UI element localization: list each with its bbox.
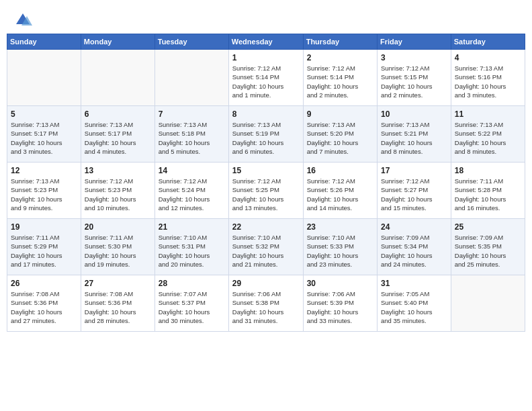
calendar-cell: 21Sunrise: 7:10 AM Sunset: 5:31 PM Dayli… xyxy=(154,219,228,275)
day-header-friday: Friday xyxy=(377,34,451,50)
day-number: 23 xyxy=(307,222,373,232)
day-info: Sunrise: 7:11 AM Sunset: 5:29 PM Dayligh… xyxy=(11,233,77,269)
day-info: Sunrise: 7:13 AM Sunset: 5:18 PM Dayligh… xyxy=(159,120,225,156)
day-info: Sunrise: 7:09 AM Sunset: 5:35 PM Dayligh… xyxy=(455,233,521,269)
calendar-cell: 14Sunrise: 7:12 AM Sunset: 5:24 PM Dayli… xyxy=(154,163,228,219)
logo-icon xyxy=(13,11,32,30)
day-number: 29 xyxy=(232,279,300,288)
day-info: Sunrise: 7:11 AM Sunset: 5:30 PM Dayligh… xyxy=(85,233,151,269)
day-number: 4 xyxy=(455,53,521,62)
calendar-cell xyxy=(154,50,228,106)
day-number: 24 xyxy=(381,222,447,232)
day-number: 14 xyxy=(159,166,225,175)
calendar-cell: 15Sunrise: 7:12 AM Sunset: 5:25 PM Dayli… xyxy=(228,163,303,219)
day-number: 8 xyxy=(232,109,300,119)
day-number: 7 xyxy=(159,109,225,119)
day-info: Sunrise: 7:13 AM Sunset: 5:16 PM Dayligh… xyxy=(455,64,521,99)
calendar-cell: 20Sunrise: 7:11 AM Sunset: 5:30 PM Dayli… xyxy=(81,219,154,275)
day-number: 19 xyxy=(11,222,77,232)
day-number: 9 xyxy=(307,109,373,119)
day-info: Sunrise: 7:06 AM Sunset: 5:39 PM Dayligh… xyxy=(307,289,373,325)
day-info: Sunrise: 7:06 AM Sunset: 5:38 PM Dayligh… xyxy=(232,289,300,325)
day-info: Sunrise: 7:12 AM Sunset: 5:14 PM Dayligh… xyxy=(307,64,373,99)
page-header xyxy=(7,7,525,30)
day-header-sunday: Sunday xyxy=(7,34,81,50)
calendar-cell: 30Sunrise: 7:06 AM Sunset: 5:39 PM Dayli… xyxy=(303,275,377,332)
day-info: Sunrise: 7:12 AM Sunset: 5:15 PM Dayligh… xyxy=(381,64,447,99)
day-info: Sunrise: 7:13 AM Sunset: 5:22 PM Dayligh… xyxy=(455,120,521,156)
day-info: Sunrise: 7:05 AM Sunset: 5:40 PM Dayligh… xyxy=(381,289,447,325)
day-info: Sunrise: 7:12 AM Sunset: 5:14 PM Dayligh… xyxy=(232,64,300,99)
day-info: Sunrise: 7:10 AM Sunset: 5:33 PM Dayligh… xyxy=(307,233,373,269)
calendar-cell: 29Sunrise: 7:06 AM Sunset: 5:38 PM Dayli… xyxy=(228,275,303,332)
calendar-cell: 22Sunrise: 7:10 AM Sunset: 5:32 PM Dayli… xyxy=(228,219,303,275)
day-info: Sunrise: 7:08 AM Sunset: 5:36 PM Dayligh… xyxy=(85,289,151,325)
day-number: 11 xyxy=(455,109,521,119)
calendar-cell: 31Sunrise: 7:05 AM Sunset: 5:40 PM Dayli… xyxy=(377,275,451,332)
day-number: 17 xyxy=(381,166,447,175)
calendar-cell: 17Sunrise: 7:12 AM Sunset: 5:27 PM Dayli… xyxy=(377,163,451,219)
day-info: Sunrise: 7:13 AM Sunset: 5:17 PM Dayligh… xyxy=(85,120,151,156)
day-number: 1 xyxy=(232,53,300,62)
calendar-cell: 18Sunrise: 7:11 AM Sunset: 5:28 PM Dayli… xyxy=(451,163,525,219)
calendar-cell: 7Sunrise: 7:13 AM Sunset: 5:18 PM Daylig… xyxy=(154,106,228,163)
calendar-cell xyxy=(451,275,525,332)
day-header-monday: Monday xyxy=(81,34,154,50)
calendar-cell: 5Sunrise: 7:13 AM Sunset: 5:17 PM Daylig… xyxy=(7,106,81,163)
day-info: Sunrise: 7:10 AM Sunset: 5:31 PM Dayligh… xyxy=(159,233,225,269)
calendar-cell: 3Sunrise: 7:12 AM Sunset: 5:15 PM Daylig… xyxy=(377,50,451,106)
calendar-cell: 9Sunrise: 7:13 AM Sunset: 5:20 PM Daylig… xyxy=(303,106,377,163)
day-info: Sunrise: 7:12 AM Sunset: 5:24 PM Dayligh… xyxy=(159,177,225,212)
day-number: 16 xyxy=(307,166,373,175)
calendar-cell: 24Sunrise: 7:09 AM Sunset: 5:34 PM Dayli… xyxy=(377,219,451,275)
calendar-cell: 6Sunrise: 7:13 AM Sunset: 5:17 PM Daylig… xyxy=(81,106,154,163)
day-info: Sunrise: 7:12 AM Sunset: 5:25 PM Dayligh… xyxy=(232,177,300,212)
day-number: 12 xyxy=(11,166,77,175)
logo xyxy=(12,11,32,30)
calendar-cell: 28Sunrise: 7:07 AM Sunset: 5:37 PM Dayli… xyxy=(154,275,228,332)
day-number: 3 xyxy=(381,53,447,62)
calendar-table: SundayMondayTuesdayWednesdayThursdayFrid… xyxy=(7,34,525,332)
day-info: Sunrise: 7:09 AM Sunset: 5:34 PM Dayligh… xyxy=(381,233,447,269)
day-number: 22 xyxy=(232,222,300,232)
calendar-cell xyxy=(81,50,154,106)
day-info: Sunrise: 7:12 AM Sunset: 5:23 PM Dayligh… xyxy=(85,177,151,212)
day-number: 28 xyxy=(159,279,225,288)
day-number: 15 xyxy=(232,166,300,175)
day-number: 31 xyxy=(381,279,447,288)
calendar-cell: 12Sunrise: 7:13 AM Sunset: 5:23 PM Dayli… xyxy=(7,163,81,219)
day-number: 20 xyxy=(85,222,151,232)
calendar-cell xyxy=(7,50,81,106)
day-number: 27 xyxy=(85,279,151,288)
calendar-cell: 8Sunrise: 7:13 AM Sunset: 5:19 PM Daylig… xyxy=(228,106,303,163)
day-header-tuesday: Tuesday xyxy=(154,34,228,50)
day-number: 25 xyxy=(455,222,521,232)
day-number: 10 xyxy=(381,109,447,119)
day-info: Sunrise: 7:08 AM Sunset: 5:36 PM Dayligh… xyxy=(11,289,77,325)
day-header-saturday: Saturday xyxy=(451,34,525,50)
calendar-cell: 13Sunrise: 7:12 AM Sunset: 5:23 PM Dayli… xyxy=(81,163,154,219)
day-number: 26 xyxy=(11,279,77,288)
day-info: Sunrise: 7:11 AM Sunset: 5:28 PM Dayligh… xyxy=(455,177,521,212)
day-number: 21 xyxy=(159,222,225,232)
day-info: Sunrise: 7:13 AM Sunset: 5:17 PM Dayligh… xyxy=(11,120,77,156)
day-info: Sunrise: 7:12 AM Sunset: 5:26 PM Dayligh… xyxy=(307,177,373,212)
day-header-thursday: Thursday xyxy=(303,34,377,50)
calendar-cell: 27Sunrise: 7:08 AM Sunset: 5:36 PM Dayli… xyxy=(81,275,154,332)
day-info: Sunrise: 7:13 AM Sunset: 5:23 PM Dayligh… xyxy=(11,177,77,212)
day-info: Sunrise: 7:12 AM Sunset: 5:27 PM Dayligh… xyxy=(381,177,447,212)
day-number: 30 xyxy=(307,279,373,288)
calendar-cell: 4Sunrise: 7:13 AM Sunset: 5:16 PM Daylig… xyxy=(451,50,525,106)
day-number: 2 xyxy=(307,53,373,62)
calendar-cell: 16Sunrise: 7:12 AM Sunset: 5:26 PM Dayli… xyxy=(303,163,377,219)
day-header-wednesday: Wednesday xyxy=(228,34,303,50)
calendar-cell: 10Sunrise: 7:13 AM Sunset: 5:21 PM Dayli… xyxy=(377,106,451,163)
calendar-cell: 11Sunrise: 7:13 AM Sunset: 5:22 PM Dayli… xyxy=(451,106,525,163)
day-number: 5 xyxy=(11,109,77,119)
day-info: Sunrise: 7:13 AM Sunset: 5:19 PM Dayligh… xyxy=(232,120,300,156)
day-info: Sunrise: 7:07 AM Sunset: 5:37 PM Dayligh… xyxy=(159,289,225,325)
day-number: 13 xyxy=(85,166,151,175)
calendar-cell: 26Sunrise: 7:08 AM Sunset: 5:36 PM Dayli… xyxy=(7,275,81,332)
day-number: 6 xyxy=(85,109,151,119)
day-info: Sunrise: 7:13 AM Sunset: 5:20 PM Dayligh… xyxy=(307,120,373,156)
